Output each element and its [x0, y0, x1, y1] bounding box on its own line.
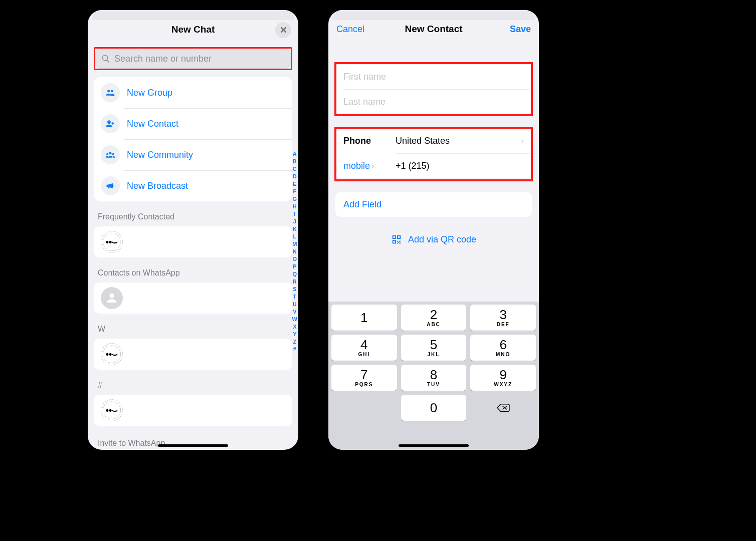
index-letter[interactable]: G — [293, 195, 297, 202]
index-letter[interactable]: J — [293, 218, 296, 225]
section-letter-w: W — [98, 325, 288, 334]
person-icon — [105, 291, 119, 305]
add-field-button[interactable]: Add Field — [335, 192, 532, 217]
index-letter[interactable]: R — [293, 278, 297, 285]
mobile-label-button[interactable]: mobile › — [343, 161, 396, 171]
backspace-icon — [496, 402, 511, 413]
index-letter[interactable]: U — [293, 301, 297, 308]
index-letter[interactable]: O — [293, 255, 297, 262]
index-letter[interactable]: I — [294, 210, 295, 217]
mobile-label: mobile — [343, 161, 370, 171]
cancel-button[interactable]: Cancel — [336, 24, 364, 35]
contact-row-hash[interactable]: ••⌣ — [94, 395, 292, 426]
community-icon — [101, 145, 120, 164]
index-letter[interactable]: K — [293, 225, 297, 232]
index-letter[interactable]: S — [293, 286, 296, 293]
page-title: New Contact — [405, 24, 462, 35]
phone-new-contact: Cancel New Contact Save First name Last … — [328, 10, 539, 450]
new-community-label: New Community — [127, 150, 193, 160]
contact-row-frequent[interactable]: ••⌣ — [94, 226, 292, 257]
index-letter[interactable]: C — [293, 165, 297, 172]
phone-label: Phone — [343, 136, 396, 146]
index-letter[interactable]: D — [293, 173, 297, 180]
add-via-qr-button[interactable]: Add via QR code — [328, 234, 539, 245]
key-4[interactable]: 4GHI — [331, 335, 397, 361]
home-indicator — [399, 444, 469, 447]
new-group-row[interactable]: New Group — [94, 77, 292, 108]
index-letter[interactable]: X — [293, 323, 296, 330]
index-letter[interactable]: T — [293, 293, 296, 300]
key-9[interactable]: 9WXYZ — [470, 365, 536, 391]
backspace-key[interactable] — [470, 395, 536, 421]
chevron-right-icon: › — [521, 136, 524, 146]
index-letter[interactable]: Z — [293, 338, 296, 345]
avatar-smiley: ••⌣ — [101, 231, 123, 253]
key-digit: 9 — [499, 368, 506, 381]
index-letter[interactable]: L — [293, 233, 296, 240]
key-letters: MNO — [496, 352, 510, 357]
index-letter[interactable]: W — [292, 316, 297, 323]
key-0[interactable]: 0 — [401, 395, 467, 421]
key-letters: ABC — [427, 322, 441, 327]
header: New Chat ✕ — [88, 16, 298, 43]
key-letters: TUV — [427, 382, 440, 387]
new-broadcast-label: New Broadcast — [127, 181, 188, 191]
first-name-field[interactable]: First name — [335, 64, 532, 89]
index-letter[interactable]: Q — [293, 270, 297, 278]
new-community-row[interactable]: New Community — [94, 139, 292, 170]
section-contacts-on-whatsapp: Contacts on WhatsApp — [98, 268, 288, 278]
new-contact-row[interactable]: New Contact — [94, 108, 292, 139]
key-letters: JKL — [428, 352, 440, 357]
index-letter[interactable]: B — [293, 158, 297, 165]
key-letters: PQRS — [355, 382, 373, 387]
first-name-placeholder: First name — [343, 72, 386, 82]
search-input[interactable]: Search name or number — [95, 49, 291, 69]
index-letter[interactable]: V — [293, 308, 296, 315]
last-name-placeholder: Last name — [343, 97, 386, 107]
index-letter[interactable]: P — [293, 263, 296, 270]
key-digit: 6 — [499, 338, 506, 351]
mobile-row[interactable]: mobile › +1 (215) — [335, 153, 532, 178]
save-button[interactable]: Save — [510, 24, 531, 35]
key-letters: DEF — [497, 322, 510, 327]
key-1[interactable]: 1 — [331, 305, 397, 331]
close-button[interactable]: ✕ — [275, 22, 291, 38]
index-letter[interactable]: F — [293, 188, 296, 195]
key-letters: GHI — [358, 352, 370, 357]
alphabet-index[interactable]: ABCDEFGHIJKLMNOPQRSTUVWXYZ# — [292, 150, 297, 353]
keypad-grid: 12ABC3DEF4GHI5JKL6MNO7PQRS8TUV9WXYZ0 — [331, 305, 536, 421]
close-icon: ✕ — [280, 25, 287, 36]
search-highlight: Search name or number — [94, 47, 292, 70]
key-8[interactable]: 8TUV — [401, 365, 467, 391]
key-5[interactable]: 5JKL — [401, 335, 467, 361]
index-letter[interactable]: # — [293, 346, 296, 353]
key-7[interactable]: 7PQRS — [331, 365, 397, 391]
index-letter[interactable]: N — [293, 248, 297, 255]
add-contact-icon — [101, 114, 120, 133]
key-6[interactable]: 6MNO — [470, 335, 536, 361]
phone-new-chat: New Chat ✕ Search name or number New Gro… — [88, 10, 298, 450]
index-letter[interactable]: A — [293, 150, 297, 157]
index-letter[interactable]: M — [292, 240, 297, 247]
index-letter[interactable]: E — [293, 180, 296, 187]
key-3[interactable]: 3DEF — [470, 305, 536, 331]
avatar-smiley: ••⌣ — [101, 343, 123, 365]
key-digit: 1 — [360, 311, 367, 324]
country-row[interactable]: Phone United States › — [335, 128, 532, 153]
section-hash: # — [98, 381, 288, 390]
index-letter[interactable]: Y — [293, 331, 296, 338]
index-letter[interactable]: H — [293, 203, 297, 210]
page-title: New Chat — [171, 24, 215, 35]
last-name-field[interactable]: Last name — [335, 89, 532, 114]
key-2[interactable]: 2ABC — [401, 305, 467, 331]
contact-row-w[interactable]: ••⌣ — [94, 339, 292, 370]
key-digit: 5 — [430, 338, 437, 351]
key-empty — [331, 395, 397, 421]
key-digit: 8 — [430, 368, 437, 381]
numeric-keypad: 12ABC3DEF4GHI5JKL6MNO7PQRS8TUV9WXYZ0 — [328, 302, 539, 450]
new-broadcast-row[interactable]: New Broadcast — [94, 170, 292, 201]
new-contact-label: New Contact — [127, 119, 178, 129]
add-via-qr-label: Add via QR code — [408, 234, 476, 245]
phone-card: Phone United States › mobile › +1 (215) — [335, 128, 532, 178]
contact-row-whatsapp[interactable] — [94, 283, 292, 314]
